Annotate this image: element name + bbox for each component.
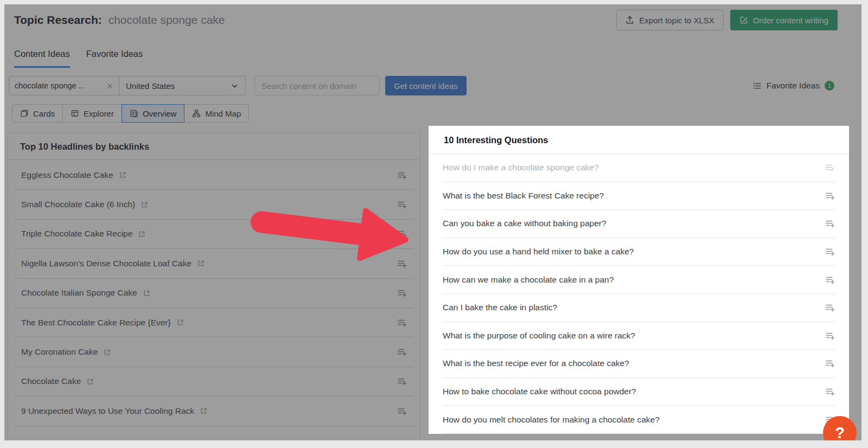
- headline-row: My Coronation Cake: [15, 337, 413, 367]
- keyword-chip[interactable]: chocolate sponge ...: [9, 76, 119, 95]
- question-row: Can you bake a cake without baking paper…: [443, 210, 835, 238]
- question-row: What is the best recipe ever for a choco…: [443, 350, 835, 378]
- question-text[interactable]: What is the purpose of cooling cake on a…: [443, 331, 635, 341]
- playlist-add-icon[interactable]: [825, 359, 835, 368]
- playlist-add-icon[interactable]: [825, 331, 835, 341]
- playlist-add-icon[interactable]: [825, 303, 835, 312]
- headline-title[interactable]: 9 Unexpected Ways to Use Your Cooling Ra…: [21, 406, 194, 416]
- headline-title[interactable]: Chocolate Italian Sponge Cake: [21, 288, 137, 298]
- playlist-add-icon[interactable]: [825, 275, 835, 285]
- search-bar: chocolate sponge ... United States Get c…: [9, 76, 838, 95]
- question-text[interactable]: How can we make a chocolate cake in a pa…: [443, 275, 614, 285]
- external-link-icon[interactable]: [200, 407, 208, 415]
- external-link-icon[interactable]: [103, 348, 111, 356]
- top-headlines-panel: Top 10 Headlines by backlinks Eggless Ch…: [8, 132, 420, 440]
- keyword-chip-text: chocolate sponge ...: [15, 81, 102, 90]
- external-link-icon[interactable]: [197, 259, 205, 267]
- headline-title[interactable]: Chocolate Cake: [21, 376, 81, 386]
- page-title-prefix: Topic Research:: [14, 14, 102, 26]
- question-text[interactable]: How do I make a chocolate sponge cake?: [443, 163, 599, 172]
- question-text[interactable]: How do you melt chocolates for making a …: [443, 415, 660, 425]
- mindmap-icon: [192, 109, 201, 118]
- table-icon: [71, 109, 79, 118]
- external-link-icon[interactable]: [141, 201, 149, 209]
- country-select-value: United States: [126, 81, 175, 91]
- headline-title[interactable]: Nigella Lawson's Dense Chocolate Loaf Ca…: [21, 259, 192, 268]
- question-text[interactable]: What is the best recipe ever for a choco…: [443, 359, 629, 368]
- list-icon: [752, 81, 762, 91]
- export-xlsx-button[interactable]: Export topic to XLSX: [616, 10, 723, 30]
- view-mode-switcher: Cards Explorer Overview Mind Map: [12, 104, 249, 123]
- question-row: How do you melt chocolates for making a …: [443, 406, 835, 434]
- playlist-add-icon[interactable]: [397, 288, 407, 298]
- header-actions: Export topic to XLSX Order content writi…: [616, 10, 838, 30]
- question-row: How do I make a chocolate sponge cake?: [443, 154, 835, 182]
- external-link-icon[interactable]: [86, 377, 94, 386]
- external-link-icon[interactable]: [119, 171, 127, 179]
- headline-row: Chocolate Cake: [15, 367, 413, 396]
- external-link-icon[interactable]: [138, 230, 146, 238]
- headline-title[interactable]: Small Chocolate Cake (6 Inch): [21, 200, 135, 209]
- playlist-check-icon[interactable]: [825, 163, 835, 172]
- question-row: How to bake chocolate cake without cocoa…: [443, 378, 835, 406]
- view-mode-explorer[interactable]: Explorer: [62, 104, 122, 123]
- favorite-ideas-link[interactable]: Favorite Ideas 1: [752, 76, 834, 95]
- app-window: Topic Research: chocolate sponge cake Ex…: [4, 4, 861, 440]
- question-row: Can I bake the cake in plastic?: [443, 294, 835, 322]
- question-text[interactable]: How to bake chocolate cake without cocoa…: [443, 387, 636, 396]
- headline-row: The Best Chocolate Cake Recipe {Ever}: [15, 308, 413, 337]
- page-header: Topic Research: chocolate sponge cake Ex…: [14, 9, 838, 31]
- view-mode-mind-map-label: Mind Map: [205, 109, 241, 118]
- country-select[interactable]: United States: [119, 76, 246, 95]
- upload-icon: [626, 16, 634, 24]
- external-link-icon[interactable]: [143, 289, 151, 297]
- external-link-icon[interactable]: [176, 318, 184, 327]
- close-icon[interactable]: [106, 82, 113, 89]
- document-icon: [130, 109, 138, 118]
- playlist-add-icon[interactable]: [397, 170, 407, 180]
- playlist-add-icon[interactable]: [825, 219, 835, 228]
- edit-icon: [739, 16, 748, 24]
- headline-title[interactable]: The Best Chocolate Cake Recipe {Ever}: [21, 318, 171, 328]
- page-title-topic: chocolate sponge cake: [108, 14, 225, 26]
- playlist-add-icon[interactable]: [397, 347, 407, 357]
- view-mode-cards-label: Cards: [33, 109, 55, 118]
- question-text[interactable]: Can you bake a cake without baking paper…: [443, 219, 607, 228]
- order-content-writing-button[interactable]: Order content writing: [730, 10, 838, 30]
- headline-title[interactable]: My Coronation Cake: [21, 347, 98, 357]
- question-row: What is the purpose of cooling cake on a…: [443, 322, 835, 350]
- favorite-ideas-label: Favorite Ideas: [767, 81, 820, 91]
- order-content-writing-label: Order content writing: [753, 16, 828, 25]
- top-headlines-title: Top 10 Headlines by backlinks: [8, 133, 420, 160]
- playlist-add-icon[interactable]: [825, 191, 835, 201]
- interesting-questions-list: How do I make a chocolate sponge cake? W…: [429, 154, 849, 434]
- question-row: What is the best Black Forest Cake recip…: [443, 182, 835, 210]
- playlist-add-icon[interactable]: [825, 387, 835, 396]
- view-mode-overview[interactable]: Overview: [122, 104, 185, 123]
- tab-content-ideas[interactable]: Content Ideas: [14, 49, 70, 68]
- playlist-add-icon[interactable]: [825, 247, 835, 257]
- tab-bar: Content Ideas Favorite Ideas: [14, 49, 143, 68]
- view-mode-cards[interactable]: Cards: [12, 104, 63, 123]
- question-row: How do you use a hand held mixer to bake…: [443, 238, 835, 266]
- playlist-add-icon[interactable]: [397, 318, 407, 328]
- question-text[interactable]: How do you use a hand held mixer to bake…: [443, 247, 634, 257]
- tab-favorite-ideas[interactable]: Favorite Ideas: [86, 49, 143, 68]
- playlist-add-icon[interactable]: [397, 406, 407, 416]
- cards-icon: [20, 109, 29, 118]
- headline-row: Eggless Chocolate Cake: [15, 161, 413, 190]
- domain-search-input[interactable]: [254, 76, 380, 95]
- view-mode-mind-map[interactable]: Mind Map: [184, 104, 249, 123]
- playlist-add-icon[interactable]: [397, 376, 407, 386]
- help-button-label: ?: [835, 424, 845, 441]
- headline-title[interactable]: Eggless Chocolate Cake: [21, 170, 113, 180]
- headline-row: Chocolate Italian Sponge Cake: [15, 279, 413, 308]
- headline-title[interactable]: Triple Chocolate Cake Recipe: [21, 229, 132, 239]
- question-text[interactable]: Can I bake the cake in plastic?: [443, 303, 557, 312]
- interesting-questions-panel: 10 Interesting Questions How do I make a…: [429, 126, 849, 434]
- playlist-add-icon[interactable]: [397, 200, 407, 209]
- get-content-ideas-button[interactable]: Get content ideas: [385, 76, 467, 95]
- headline-row: 9 Unexpected Ways to Use Your Cooling Ra…: [15, 396, 413, 426]
- question-text[interactable]: What is the best Black Forest Cake recip…: [443, 191, 604, 201]
- top-headlines-list: Eggless Chocolate Cake Small Chocolate C…: [8, 160, 420, 426]
